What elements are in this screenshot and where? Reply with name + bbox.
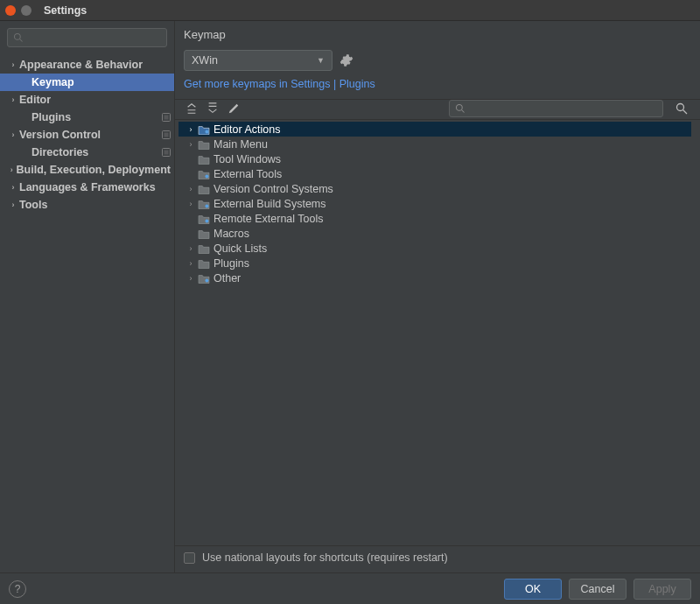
titlebar: Settings — [0, 0, 700, 21]
svg-line-9 — [462, 110, 465, 113]
project-scope-icon — [162, 148, 171, 157]
chevron-right-icon: › — [9, 130, 18, 139]
sidebar-item-label: Languages & Frameworks — [19, 181, 156, 193]
tree-row-macros[interactable]: Macros — [178, 226, 691, 241]
svg-point-15 — [205, 219, 208, 222]
expand-all-icon — [186, 102, 198, 115]
sidebar-item-appearance-behavior[interactable]: ›Appearance & Behavior — [0, 56, 174, 74]
keymap-scheme-value: XWin — [192, 54, 218, 67]
chevron-right-icon: › — [9, 165, 15, 174]
national-layouts-row: Use national layouts for shortcuts (requ… — [175, 545, 700, 572]
tree-search-input[interactable] — [449, 100, 663, 117]
national-layouts-label: Use national layouts for shortcuts (requ… — [202, 551, 448, 564]
sidebar-item-label: Tools — [19, 199, 47, 211]
chevron-right-icon: › — [186, 244, 196, 253]
sidebar-item-editor[interactable]: ›Editor — [0, 91, 174, 109]
sidebar-item-plugins[interactable]: Plugins — [0, 109, 174, 126]
keymap-tree[interactable]: ›Editor Actions›Main MenuTool WindowsExt… — [175, 120, 700, 545]
svg-rect-7 — [164, 151, 169, 155]
tree-row-label: Editor Actions — [214, 123, 280, 136]
tree-row-external-tools[interactable]: External Tools — [178, 166, 691, 181]
sidebar-item-tools[interactable]: ›Tools — [0, 196, 174, 214]
national-layouts-checkbox[interactable] — [184, 552, 195, 564]
find-by-shortcut-button[interactable] — [672, 100, 691, 117]
svg-point-8 — [457, 105, 463, 111]
chevron-right-icon: › — [9, 200, 18, 209]
sidebar-item-version-control[interactable]: ›Version Control — [0, 126, 174, 144]
tree-row-label: External Build Systems — [214, 198, 326, 210]
search-icon — [455, 103, 466, 114]
tree-row-label: Macros — [214, 228, 249, 240]
sidebar-item-languages-frameworks[interactable]: ›Languages & Frameworks — [0, 179, 174, 196]
window-close-button[interactable] — [5, 5, 16, 16]
cancel-button[interactable]: Cancel — [569, 579, 626, 600]
chevron-right-icon: › — [186, 185, 196, 193]
folder-special-icon — [198, 199, 210, 209]
chevron-right-icon: › — [186, 200, 196, 208]
tree-row-label: Quick Lists — [214, 242, 267, 255]
svg-point-16 — [205, 278, 208, 282]
sidebar-search-input[interactable] — [7, 28, 167, 47]
tree-row-tool-windows[interactable]: Tool Windows — [178, 151, 691, 166]
tree-row-quick-lists[interactable]: ›Quick Lists — [178, 241, 691, 256]
sidebar-item-label: Appearance & Behavior — [19, 59, 143, 71]
tree-row-label: Other — [214, 272, 241, 284]
tree-row-version-control-systems[interactable]: ›Version Control Systems — [178, 181, 691, 196]
folder-icon — [198, 154, 210, 165]
svg-point-10 — [677, 104, 684, 111]
project-scope-icon — [162, 113, 171, 122]
svg-rect-3 — [164, 116, 169, 120]
scheme-actions-gear[interactable] — [340, 53, 354, 67]
folder-special-icon — [198, 273, 210, 284]
folder-special-icon — [198, 124, 210, 135]
sidebar-item-label: Directories — [32, 146, 88, 158]
apply-button[interactable]: Apply — [634, 579, 691, 600]
chevron-down-icon: ▼ — [317, 56, 325, 65]
collapse-all-button[interactable] — [205, 101, 220, 116]
sidebar-item-label: Build, Execution, Deployment — [17, 164, 171, 176]
sidebar-item-label: Editor — [19, 94, 51, 106]
main-panel: Keymap XWin ▼ Get more keymaps in Settin… — [175, 21, 700, 572]
folder-icon — [198, 243, 210, 254]
tree-row-label: Version Control Systems — [214, 183, 333, 195]
chevron-right-icon: › — [9, 95, 18, 104]
sidebar-item-keymap[interactable]: Keymap — [0, 74, 174, 91]
settings-sidebar: ›Appearance & BehaviorKeymap›EditorPlugi… — [0, 21, 175, 572]
chevron-right-icon: › — [186, 274, 196, 283]
page-title: Keymap — [175, 21, 700, 46]
collapse-all-icon — [206, 102, 219, 115]
ok-button[interactable]: OK — [504, 579, 562, 600]
svg-line-11 — [683, 110, 688, 115]
chevron-right-icon: › — [186, 259, 196, 268]
window-maximize-button[interactable] — [21, 5, 32, 16]
chevron-right-icon: › — [9, 183, 18, 192]
tree-row-plugins[interactable]: ›Plugins — [178, 256, 691, 270]
sidebar-item-label: Plugins — [32, 111, 71, 123]
window-title: Settings — [44, 4, 87, 17]
sidebar-item-label: Version Control — [19, 129, 101, 141]
folder-icon — [198, 184, 210, 194]
tree-row-main-menu[interactable]: ›Main Menu — [178, 137, 691, 151]
tree-row-remote-external-tools[interactable]: Remote External Tools — [178, 211, 691, 226]
svg-point-13 — [205, 174, 208, 178]
expand-all-button[interactable] — [184, 101, 200, 116]
chevron-right-icon: › — [186, 140, 196, 149]
sidebar-item-directories[interactable]: Directories — [0, 144, 174, 161]
tree-row-label: External Tools — [214, 168, 282, 180]
tree-row-external-build-systems[interactable]: ›External Build Systems — [178, 196, 691, 211]
dialog-footer: ? OK Cancel Apply — [0, 572, 700, 604]
sidebar-item-label: Keymap — [32, 76, 74, 88]
tree-row-editor-actions[interactable]: ›Editor Actions — [178, 122, 691, 137]
edit-shortcut-button[interactable] — [226, 101, 242, 116]
tree-tool-row — [175, 99, 700, 120]
sidebar-item-build-execution-deployment[interactable]: ›Build, Execution, Deployment — [0, 161, 174, 179]
tree-row-other[interactable]: ›Other — [178, 270, 691, 285]
folder-icon — [198, 139, 210, 150]
settings-link[interactable]: Settings — [290, 78, 330, 90]
svg-point-12 — [205, 130, 208, 133]
help-button[interactable]: ? — [9, 580, 26, 598]
plugins-link[interactable]: Plugins — [340, 78, 375, 90]
search-icon — [13, 32, 24, 43]
keymap-scheme-combo[interactable]: XWin ▼ — [184, 50, 332, 71]
tree-row-label: Tool Windows — [214, 153, 281, 165]
